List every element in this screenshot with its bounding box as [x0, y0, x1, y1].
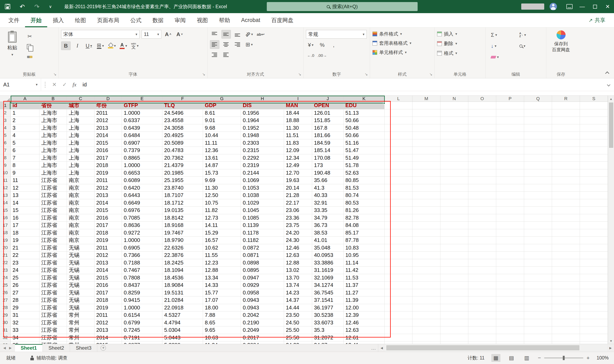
cell-F4[interactable]: 24.3058 — [162, 124, 203, 132]
cell-H17[interactable]: 0.1139 — [241, 221, 284, 229]
cell-K30[interactable]: 12.46 — [343, 319, 385, 327]
cell-H18[interactable]: 0.1178 — [241, 229, 284, 237]
cell-C3[interactable]: 上海 — [67, 117, 94, 124]
cell-E22[interactable]: 0.7188 — [122, 259, 162, 267]
cell-M19[interactable] — [412, 237, 440, 244]
cell-J31[interactable]: 35.3 — [312, 326, 343, 334]
cell-H16[interactable]: 0.1085 — [241, 214, 284, 222]
cell-O25[interactable] — [468, 282, 496, 289]
cell-K28[interactable]: 12.00 — [343, 304, 385, 312]
zoom-out-button[interactable]: − — [538, 355, 541, 361]
cell-C29[interactable]: 常州 — [67, 312, 94, 319]
cell-R33[interactable] — [552, 341, 580, 344]
ribbon-display-options-button[interactable] — [563, 0, 576, 13]
cell-O10[interactable] — [468, 169, 496, 177]
cell-Q14[interactable] — [524, 199, 552, 207]
cell-B3[interactable]: 上海市 — [39, 117, 67, 124]
cell-D28[interactable]: 2019 — [94, 304, 122, 312]
cell-I1[interactable]: MAN — [284, 102, 312, 109]
cell-G26[interactable]: 15.77 — [203, 289, 241, 297]
cell-J18[interactable]: 38.53 — [312, 229, 343, 237]
cell-D26[interactable]: 2017 — [94, 289, 122, 297]
cell-S11[interactable] — [580, 177, 608, 184]
cell-A7[interactable]: 6 — [11, 147, 39, 154]
cell-G32[interactable]: 10.63 — [203, 334, 241, 342]
cell-O7[interactable] — [468, 147, 496, 154]
cell-J3[interactable]: 151.85 — [312, 117, 343, 124]
cell-M8[interactable] — [412, 154, 440, 162]
cell-P15[interactable] — [496, 207, 524, 214]
cell-P16[interactable] — [496, 214, 524, 222]
cell-Q10[interactable] — [524, 169, 552, 177]
align-top-button[interactable] — [210, 30, 219, 39]
cell-N23[interactable] — [440, 267, 468, 274]
cell-H32[interactable]: 0.2017 — [241, 334, 284, 342]
cell-F18[interactable]: 19.7467 — [162, 229, 203, 237]
cell-S23[interactable] — [580, 267, 608, 274]
cell-S1[interactable] — [580, 102, 608, 109]
cell-M16[interactable] — [412, 214, 440, 222]
cell-Q8[interactable] — [524, 154, 552, 162]
column-header-L[interactable]: L — [385, 96, 412, 102]
cell-L6[interactable] — [385, 139, 412, 147]
cell-D27[interactable]: 2018 — [94, 297, 122, 304]
cell-E15[interactable]: 0.6976 — [122, 207, 162, 214]
cell-F13[interactable]: 18.7107 — [162, 192, 203, 199]
undo-button[interactable]: ↶ — [20, 3, 25, 10]
row-number-27[interactable]: 27 — [0, 297, 11, 304]
cell-F26[interactable]: 19.5131 — [162, 289, 203, 297]
italic-button[interactable]: I — [73, 41, 82, 50]
cell-F9[interactable]: 21.4379 — [162, 162, 203, 169]
scroll-up-button[interactable]: ▲ — [608, 96, 614, 102]
cell-O2[interactable] — [468, 109, 496, 117]
accessibility-status[interactable]: 辅助功能: 调查 — [30, 355, 67, 361]
cell-K9[interactable]: 51.78 — [343, 162, 385, 169]
cell-F30[interactable]: 4.4794 — [162, 319, 203, 327]
sheet-nav-left-button[interactable]: ◀ — [3, 346, 6, 350]
zoom-slider[interactable] — [544, 358, 583, 358]
cell-F17[interactable]: 18.9168 — [162, 221, 203, 229]
cell-O13[interactable] — [468, 192, 496, 199]
cell-L14[interactable] — [385, 199, 412, 207]
cell-O12[interactable] — [468, 184, 496, 192]
cell-F5[interactable]: 20.4925 — [162, 132, 203, 139]
column-header-S[interactable]: S — [580, 96, 608, 102]
column-header-C[interactable]: C — [67, 96, 94, 102]
cell-G8[interactable]: 13.61 — [203, 154, 241, 162]
scroll-right-button[interactable]: ▶ — [607, 346, 614, 350]
cell-K12[interactable]: 81.53 — [343, 184, 385, 192]
cell-Q20[interactable] — [524, 244, 552, 252]
cell-J33[interactable]: 34.87 — [312, 341, 343, 344]
cell-A4[interactable]: 3 — [11, 124, 39, 132]
row-number-6[interactable]: 6 — [0, 139, 11, 147]
column-header-P[interactable]: P — [496, 96, 524, 102]
cell-A9[interactable]: 8 — [11, 162, 39, 169]
cell-N22[interactable] — [440, 259, 468, 267]
scroll-left-button[interactable]: ◀ — [378, 346, 385, 350]
increase-decimal-button[interactable]: ←.0 — [306, 51, 315, 60]
cell-O3[interactable] — [468, 117, 496, 124]
cell-K3[interactable]: 50.66 — [343, 117, 385, 124]
cell-E31[interactable]: 0.7245 — [122, 326, 162, 334]
minimize-button[interactable]: — — [576, 0, 588, 13]
column-header-H[interactable]: H — [241, 96, 284, 102]
cell-D23[interactable]: 2014 — [94, 267, 122, 274]
cell-L8[interactable] — [385, 154, 412, 162]
cell-C1[interactable]: 城市 — [67, 102, 94, 109]
column-header-E[interactable]: E — [122, 96, 162, 102]
cell-C23[interactable]: 无锡 — [67, 267, 94, 274]
cell-E27[interactable]: 0.9415 — [122, 297, 162, 304]
cell-C22[interactable]: 无锡 — [67, 259, 94, 267]
cell-I24[interactable]: 13.70 — [284, 274, 312, 282]
cell-R24[interactable] — [552, 274, 580, 282]
paste-button[interactable]: 粘贴 ▾ — [2, 30, 22, 70]
cell-R27[interactable] — [552, 297, 580, 304]
increase-font-button[interactable]: A˄ — [163, 30, 173, 39]
tab-file[interactable]: 文件 — [3, 13, 25, 27]
cell-F11[interactable]: 25.1955 — [162, 177, 203, 184]
tab-data[interactable]: 数据 — [147, 13, 169, 27]
borders-button[interactable]: ⊞▾ — [96, 41, 105, 50]
cell-I8[interactable]: 12.34 — [284, 154, 312, 162]
cell-K24[interactable]: 11.53 — [343, 274, 385, 282]
cell-R8[interactable] — [552, 154, 580, 162]
